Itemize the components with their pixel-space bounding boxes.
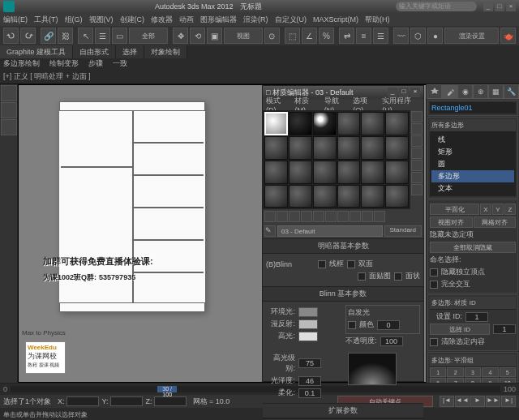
swatch-20[interactable] xyxy=(289,185,312,208)
tab-utilities[interactable]: 🔧 xyxy=(504,84,519,99)
menu-edit[interactable]: 编辑(E) xyxy=(3,15,28,25)
opacity-val[interactable]: 100 xyxy=(380,336,403,346)
shape-list[interactable]: 线 矩形 圆 多边形 文本 xyxy=(430,132,516,196)
btn-x[interactable]: X xyxy=(480,204,491,215)
chk-selfillum[interactable] xyxy=(348,321,356,329)
mat-side-4[interactable] xyxy=(411,148,422,159)
rollup-blinn[interactable]: Blinn 基本参数 xyxy=(263,287,423,302)
rollup-shapes-hdr[interactable]: 所有多边形 xyxy=(430,119,516,132)
diffuse-swatch[interactable] xyxy=(298,319,318,329)
swatch-9[interactable] xyxy=(313,136,337,160)
tab-motion[interactable]: ⊕ xyxy=(473,84,488,99)
specular-swatch[interactable] xyxy=(298,332,318,341)
mat-type-button[interactable]: Standard xyxy=(384,225,422,237)
ambient-swatch[interactable] xyxy=(298,307,318,317)
swatch-24[interactable] xyxy=(385,185,409,208)
chk-fullint[interactable] xyxy=(430,281,438,289)
menu-tools[interactable]: 工具(T) xyxy=(34,15,58,25)
swatch-3[interactable] xyxy=(313,112,337,135)
chk-2side[interactable] xyxy=(347,260,355,268)
undo-button[interactable] xyxy=(3,28,19,44)
menu-help[interactable]: 帮助(H) xyxy=(365,15,390,25)
move-button[interactable]: ✥ xyxy=(173,28,188,44)
mat-tb-reset[interactable] xyxy=(301,211,312,222)
mat-tb-show[interactable] xyxy=(350,211,361,222)
percent-snap-button[interactable]: % xyxy=(319,28,334,44)
setid-val[interactable]: 1 xyxy=(465,312,488,322)
mat-side-2[interactable] xyxy=(411,123,422,135)
mat-tb-options[interactable] xyxy=(325,211,337,222)
swatch-6[interactable] xyxy=(385,112,409,135)
mat-tb-assign[interactable] xyxy=(289,211,300,222)
close-button[interactable]: × xyxy=(506,2,516,11)
coord-z[interactable] xyxy=(154,396,187,406)
swatch-12[interactable] xyxy=(385,136,409,160)
ribbon-steps[interactable]: 步骤 xyxy=(88,58,103,69)
chk-wire[interactable] xyxy=(318,260,326,268)
chk-hidden[interactable] xyxy=(430,268,438,276)
swatch-18[interactable] xyxy=(385,161,409,184)
btn-viewalign[interactable]: 视图对齐 xyxy=(430,216,473,228)
menu-modifiers[interactable]: 修改器 xyxy=(151,15,173,25)
sg-5[interactable]: 5 xyxy=(500,367,516,377)
swatch-1[interactable] xyxy=(264,112,288,135)
next-frame[interactable]: ►► xyxy=(486,396,500,407)
gloss-val[interactable]: 46 xyxy=(298,376,321,386)
rotate-button[interactable]: ⟲ xyxy=(190,28,205,44)
shader-dropdown[interactable]: (B)Blinn xyxy=(266,260,315,268)
ribbon-tab-selection[interactable]: 选择 xyxy=(116,45,144,58)
mat-side-5[interactable] xyxy=(411,160,422,171)
swatch-21[interactable] xyxy=(313,185,337,208)
menu-rendering[interactable]: 渲染(R) xyxy=(243,15,268,25)
swatch-8[interactable] xyxy=(289,136,312,160)
unlink-button[interactable]: ⛓ xyxy=(58,28,73,44)
coord-y[interactable] xyxy=(110,396,143,406)
swatch-11[interactable] xyxy=(361,136,384,160)
select-button[interactable]: ↖ xyxy=(78,28,93,44)
selfillum-val[interactable]: 0 xyxy=(377,320,400,330)
maximize-button[interactable]: □ xyxy=(495,2,504,11)
tab-display[interactable]: ▦ xyxy=(488,84,504,99)
redo-button[interactable] xyxy=(20,28,36,44)
menu-grapheditors[interactable]: 图形编辑器 xyxy=(200,15,237,25)
sg-4[interactable]: 4 xyxy=(482,367,498,377)
menu-customize[interactable]: 自定义(U) xyxy=(275,15,307,25)
chk-clearsel[interactable] xyxy=(430,338,438,346)
btn-gridalign[interactable]: 网格对齐 xyxy=(474,216,517,228)
curve-editor-button[interactable]: 〰 xyxy=(393,28,409,44)
rollup-ext[interactable]: 扩展参数 xyxy=(263,404,423,418)
layers-button[interactable]: ☰ xyxy=(373,28,388,44)
menu-maxscript[interactable]: MAXScript(M) xyxy=(313,15,358,24)
btn-y[interactable]: Y xyxy=(492,204,504,215)
render-button[interactable]: 🫖 xyxy=(500,28,516,44)
btn-z[interactable]: Z xyxy=(504,204,516,215)
swatch-2[interactable] xyxy=(289,112,312,135)
select-name-button[interactable]: ☰ xyxy=(95,28,110,44)
swatch-15[interactable] xyxy=(313,161,337,184)
ribbon-paint-deform[interactable]: 绘制变形 xyxy=(49,58,79,69)
swatch-16[interactable] xyxy=(337,161,361,184)
render-preset[interactable]: 渲染设置 xyxy=(444,28,499,44)
schematic-button[interactable]: ⬡ xyxy=(410,28,426,44)
swatch-22[interactable] xyxy=(337,185,361,208)
ribbon-tab-freeform[interactable]: 自由形式 xyxy=(73,45,116,58)
coord-x[interactable] xyxy=(66,396,99,406)
rollup-matid[interactable]: 多边形: 材质 ID xyxy=(430,297,516,310)
swatch-7[interactable] xyxy=(264,136,288,160)
prev-frame[interactable]: ◄◄ xyxy=(455,396,470,407)
menu-animation[interactable]: 动画 xyxy=(179,15,194,25)
ribbon-conform[interactable]: 一致 xyxy=(113,58,127,69)
scale-button[interactable]: ▣ xyxy=(207,28,222,44)
material-editor-button[interactable]: ● xyxy=(427,28,443,44)
help-search[interactable]: 输入关键字或短语 xyxy=(396,2,477,11)
swatch-14[interactable] xyxy=(289,161,312,184)
mat-tb-get[interactable] xyxy=(264,211,276,222)
menu-view[interactable]: 视图(V) xyxy=(89,15,114,25)
ribbon-polygon-modeling[interactable]: 多边形绘制 xyxy=(3,58,40,69)
rollup-sg[interactable]: 多边形: 平滑组 xyxy=(430,354,516,367)
btn-unhideall[interactable]: 全部取消隐藏 xyxy=(430,242,516,253)
goto-start[interactable]: |◄ xyxy=(440,396,454,407)
snap-button[interactable]: ⬚ xyxy=(285,28,300,44)
object-name[interactable]: Rectangle01 xyxy=(430,102,516,114)
rollup-shader[interactable]: 明暗器基本参数 xyxy=(263,239,423,254)
